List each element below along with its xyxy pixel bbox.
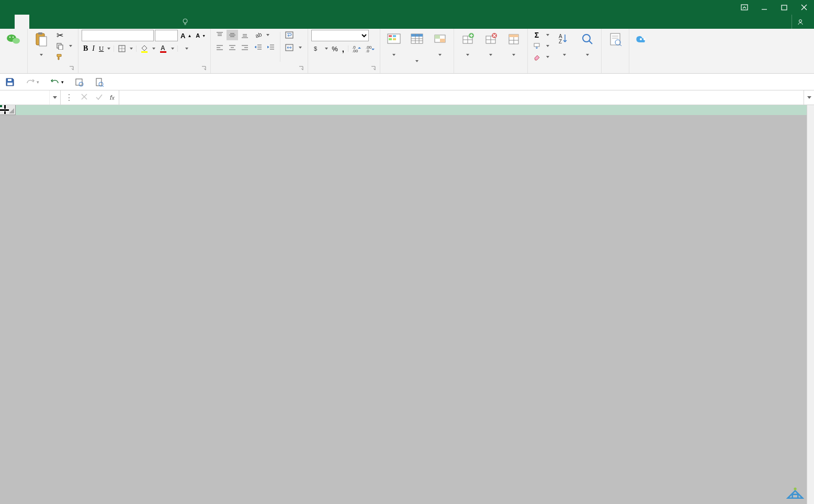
maximize-button[interactable] <box>774 0 794 15</box>
phonetic-guide-button[interactable] <box>180 43 183 54</box>
decrease-indent-button[interactable] <box>253 42 264 53</box>
sort-filter-button[interactable]: AZ <box>554 30 575 61</box>
decrease-font-size-button[interactable]: A▼ <box>194 30 207 41</box>
font-color-button[interactable]: A <box>157 43 169 54</box>
comma-style-button[interactable]: , <box>341 43 346 54</box>
cells-area[interactable] <box>16 115 807 504</box>
number-launcher[interactable] <box>370 66 377 72</box>
autosum-dropdown[interactable] <box>545 30 550 40</box>
underline-dropdown[interactable] <box>106 43 111 54</box>
format-cells-button[interactable] <box>503 30 524 61</box>
active-cell[interactable] <box>0 105 2 107</box>
fill-button[interactable] <box>531 41 552 51</box>
accounting-format-button[interactable]: $ <box>311 43 323 54</box>
merge-dropdown[interactable] <box>298 42 303 53</box>
format-as-table-button[interactable] <box>406 30 427 67</box>
close-button[interactable] <box>794 0 814 15</box>
bold-button[interactable]: B <box>82 43 89 54</box>
send-to-wechat-button[interactable] <box>3 30 24 56</box>
name-box-input[interactable] <box>0 90 49 105</box>
find-select-dropdown[interactable] <box>585 50 590 60</box>
name-box-dropdown[interactable] <box>49 90 60 105</box>
conditional-formatting-dropdown[interactable] <box>391 50 397 60</box>
accounting-dropdown[interactable] <box>324 43 329 54</box>
increase-decimal-button[interactable]: .0.00 <box>351 43 363 54</box>
align-top-button[interactable] <box>214 30 225 40</box>
underline-button[interactable]: U <box>97 43 105 54</box>
clipboard-launcher[interactable] <box>69 66 75 72</box>
tab-review[interactable] <box>103 15 117 29</box>
expand-formula-bar-button[interactable] <box>804 90 814 105</box>
orientation-dropdown[interactable] <box>265 30 270 40</box>
autosum-button[interactable]: Σ <box>531 30 552 40</box>
tell-me-search[interactable] <box>176 15 198 29</box>
align-left-button[interactable] <box>214 42 225 53</box>
font-name-combo[interactable] <box>82 30 154 41</box>
clear-dropdown[interactable] <box>545 52 550 62</box>
align-bottom-button[interactable] <box>239 30 251 40</box>
delete-cells-dropdown[interactable] <box>488 50 493 60</box>
conditional-formatting-button[interactable] <box>383 30 404 61</box>
paste-button[interactable] <box>31 30 52 61</box>
tab-formulas[interactable] <box>73 15 88 29</box>
fill-dropdown[interactable] <box>545 41 550 51</box>
minimize-button[interactable] <box>754 0 774 15</box>
insert-cells-button[interactable] <box>457 30 478 61</box>
formula-input[interactable] <box>119 90 804 105</box>
tab-view[interactable] <box>117 15 132 29</box>
decrease-decimal-button[interactable]: .00.0 <box>364 43 377 54</box>
ribbon-display-options-icon[interactable] <box>734 0 754 15</box>
format-painter-button[interactable] <box>54 52 75 62</box>
phonetic-dropdown[interactable] <box>184 43 189 54</box>
italic-button[interactable]: I <box>91 43 96 54</box>
orientation-button[interactable]: ab <box>253 30 264 40</box>
cancel-formula-button[interactable] <box>81 93 88 102</box>
percent-style-button[interactable]: % <box>330 43 340 54</box>
fill-color-button[interactable] <box>139 43 150 54</box>
enter-formula-button[interactable] <box>95 93 103 102</box>
insert-cells-dropdown[interactable] <box>465 50 470 60</box>
cell-styles-button[interactable] <box>429 30 450 61</box>
qat-touch-mode-button[interactable] <box>74 77 84 87</box>
font-launcher[interactable] <box>201 66 207 72</box>
font-color-dropdown[interactable] <box>170 43 175 54</box>
tab-pdf-tools[interactable] <box>146 15 161 29</box>
qat-print-preview-button[interactable] <box>94 77 104 87</box>
tab-data[interactable] <box>88 15 103 29</box>
paste-dropdown[interactable] <box>39 50 44 60</box>
tab-my-templates[interactable] <box>29 15 44 29</box>
invoice-verify-button[interactable] <box>605 30 626 56</box>
font-size-combo[interactable] <box>155 30 178 41</box>
copy-button[interactable] <box>54 41 75 51</box>
tab-baidu-netdisk[interactable] <box>161 15 176 29</box>
wrap-text-button[interactable] <box>284 30 304 40</box>
tab-home[interactable] <box>15 15 29 29</box>
delete-cells-button[interactable] <box>480 30 501 61</box>
copy-dropdown[interactable] <box>68 41 73 51</box>
save-to-cloud-button[interactable] <box>632 30 653 56</box>
number-format-combo[interactable] <box>311 30 369 41</box>
borders-dropdown[interactable] <box>129 43 134 54</box>
tab-page-layout[interactable] <box>59 15 73 29</box>
format-cells-dropdown[interactable] <box>511 50 516 60</box>
tab-developer[interactable] <box>132 15 146 29</box>
merge-center-button[interactable] <box>284 42 304 53</box>
vertical-scrollbar[interactable] <box>807 105 814 504</box>
cell-styles-dropdown[interactable] <box>437 50 443 60</box>
align-center-button[interactable] <box>227 42 238 53</box>
tab-file[interactable] <box>0 15 15 29</box>
tab-insert[interactable] <box>44 15 59 29</box>
align-middle-button[interactable] <box>227 30 238 40</box>
qat-redo-button[interactable]: ▾ <box>25 78 39 86</box>
qat-undo-button[interactable]: ▾ <box>50 78 64 86</box>
alignment-launcher[interactable] <box>298 66 304 72</box>
sign-in-button[interactable] <box>780 15 788 29</box>
cut-button[interactable]: ✂ <box>54 30 75 40</box>
sort-filter-dropdown[interactable] <box>562 50 567 60</box>
borders-button[interactable] <box>116 43 128 54</box>
increase-font-size-button[interactable]: A▲ <box>179 30 193 41</box>
insert-function-button[interactable]: fx <box>110 94 115 101</box>
clear-button[interactable] <box>531 52 552 62</box>
increase-indent-button[interactable] <box>265 42 277 53</box>
table-style-dropdown[interactable] <box>414 56 420 66</box>
